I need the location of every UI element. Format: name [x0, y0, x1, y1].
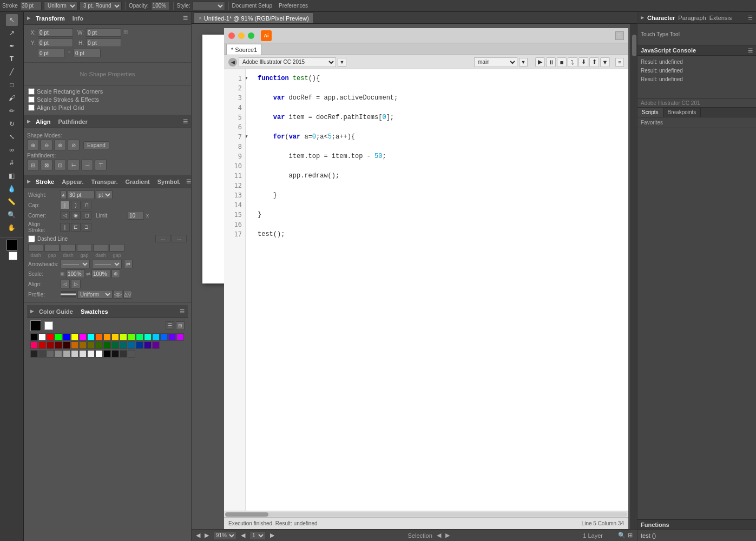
color-guide-tab[interactable]: Color Guide: [37, 307, 75, 316]
merge-btn[interactable]: ⊡: [54, 160, 66, 170]
character-tab[interactable]: Character: [647, 15, 675, 21]
dashed-btn-2[interactable]: ---: [172, 235, 187, 242]
color-swatch[interactable]: [47, 333, 54, 341]
zoom-tool[interactable]: 🔍: [6, 209, 18, 221]
stroke-value-input[interactable]: [20, 2, 42, 10]
gap1-input[interactable]: [44, 244, 60, 252]
paragraph-tab[interactable]: Paragraph: [678, 15, 706, 21]
dashed-btn-1[interactable]: ---: [155, 235, 170, 242]
bevel-join-btn[interactable]: ◻: [82, 211, 91, 220]
blend-tool[interactable]: ∞: [6, 144, 18, 156]
color-swatch[interactable]: [38, 341, 46, 349]
target-app-btn[interactable]: ▼: [338, 58, 346, 67]
doc-setup-btn[interactable]: Document Setup: [232, 3, 273, 9]
minimize-window-btn[interactable]: [238, 32, 245, 39]
color-swatch[interactable]: [152, 333, 160, 341]
color-swatch[interactable]: [111, 341, 119, 349]
rect-tool[interactable]: □: [6, 79, 18, 91]
type-tool[interactable]: T: [6, 53, 18, 65]
info-tab[interactable]: Info: [70, 14, 86, 23]
gradient-tab[interactable]: Gradient: [123, 177, 152, 186]
eyedropper-tool[interactable]: 💧: [6, 183, 18, 195]
char-panel-close[interactable]: ☰: [748, 15, 753, 21]
line-tool[interactable]: ╱: [6, 66, 18, 78]
gray-swatch[interactable]: [87, 350, 95, 358]
pause-btn[interactable]: ⏸: [546, 57, 556, 67]
dash1-input[interactable]: [28, 244, 43, 252]
align-start-btn[interactable]: ◁: [60, 280, 70, 288]
right-arrow-btn[interactable]: ▶: [445, 532, 450, 539]
style-select[interactable]: [193, 2, 225, 10]
x-input[interactable]: [38, 28, 73, 37]
gray-swatch[interactable]: [55, 350, 62, 358]
transform-panel-close[interactable]: ☰: [183, 15, 188, 21]
symbol-tab[interactable]: Symbol.: [155, 177, 183, 186]
document-tab[interactable]: × Untitled-1* @ 91% (RGB/Pixel Preview): [194, 12, 314, 23]
profile-flip-v[interactable]: △▽: [123, 290, 132, 299]
color-swatch[interactable]: [136, 333, 143, 341]
color-swatch[interactable]: [63, 333, 70, 341]
color-swatch[interactable]: [55, 341, 62, 349]
unite-btn[interactable]: ⊕: [27, 140, 39, 150]
swatches-grid-view[interactable]: ⊞: [176, 321, 185, 330]
step-over-btn[interactable]: ⤵: [568, 57, 577, 67]
appear-tab[interactable]: Appear.: [60, 177, 86, 186]
canvas-scrollbar-v[interactable]: [630, 24, 637, 529]
weight-input[interactable]: [68, 190, 95, 199]
gap3-input[interactable]: [109, 244, 124, 252]
stop-btn[interactable]: ■: [557, 57, 567, 67]
color-swatch[interactable]: [128, 341, 135, 349]
scripts-tab[interactable]: Scripts: [637, 108, 663, 117]
color-swatch[interactable]: [120, 341, 127, 349]
gap2-input[interactable]: [77, 244, 92, 252]
run-target-select[interactable]: main: [474, 57, 517, 67]
next-page-btn[interactable]: ▶: [270, 532, 274, 539]
gray-swatch[interactable]: [111, 350, 119, 358]
color-swatch[interactable]: [87, 341, 95, 349]
align-pixel-checkbox[interactable]: [28, 104, 35, 111]
prev-page-btn[interactable]: ◀: [241, 532, 245, 539]
run-target-btn[interactable]: ▼: [519, 58, 528, 67]
mesh-tool[interactable]: #: [6, 157, 18, 169]
zoom-prev-btn[interactable]: ◀: [196, 532, 200, 539]
color-swatch[interactable]: [95, 341, 103, 349]
dashed-line-checkbox[interactable]: [28, 235, 35, 242]
gray-swatch[interactable]: [103, 350, 111, 358]
dash2-input[interactable]: [61, 244, 76, 252]
color-swatch[interactable]: [103, 341, 111, 349]
arrowhead-end-select[interactable]: ———: [92, 260, 122, 268]
swatches-list-view[interactable]: ☰: [166, 321, 174, 330]
editor-menu-btn[interactable]: ≡: [615, 58, 624, 67]
swatch-bg-box[interactable]: [44, 321, 53, 330]
intersect-btn[interactable]: ⊗: [54, 140, 66, 150]
pathfinder-tab[interactable]: Pathfinder: [56, 117, 90, 126]
measure-tool[interactable]: 📏: [6, 196, 18, 208]
color-swatch[interactable]: [71, 333, 78, 341]
gray-swatch[interactable]: [120, 350, 127, 358]
code-content[interactable]: ▼function test(){ var docRef = app.activ…: [246, 69, 628, 511]
paintbrush-tool[interactable]: 🖌: [6, 92, 18, 104]
color-swatch[interactable]: [168, 333, 176, 341]
stroke-tab-label[interactable]: Stroke: [34, 177, 56, 186]
color-swatch[interactable]: [160, 333, 168, 341]
color-swatch[interactable]: [128, 333, 135, 341]
pencil-tool[interactable]: ✏: [6, 105, 18, 117]
color-swatch[interactable]: [176, 333, 184, 341]
round-join-btn[interactable]: ◉: [71, 211, 81, 220]
align-end-btn[interactable]: ▷: [71, 280, 81, 288]
color-swatch[interactable]: [30, 333, 38, 341]
angle-input[interactable]: [38, 49, 65, 57]
gray-swatch[interactable]: [47, 350, 54, 358]
expand-button[interactable]: Expand: [83, 141, 109, 149]
layer-view-btn[interactable]: ⊞: [628, 532, 633, 539]
butt-cap-btn[interactable]: |: [60, 201, 70, 209]
link-wh-icon[interactable]: ⊞: [123, 29, 131, 36]
window-expand-icon[interactable]: ⊡: [615, 31, 624, 40]
color-swatch[interactable]: [95, 333, 103, 341]
find-layer-btn[interactable]: 🔍: [618, 532, 626, 539]
minus-back-btn[interactable]: ⊤: [95, 160, 107, 170]
step-into-btn[interactable]: ⬇: [578, 57, 588, 67]
profile-select[interactable]: Uniform: [77, 290, 113, 299]
zoom-next-btn[interactable]: ▶: [205, 532, 209, 539]
preferences-btn[interactable]: Preferences: [279, 3, 308, 9]
